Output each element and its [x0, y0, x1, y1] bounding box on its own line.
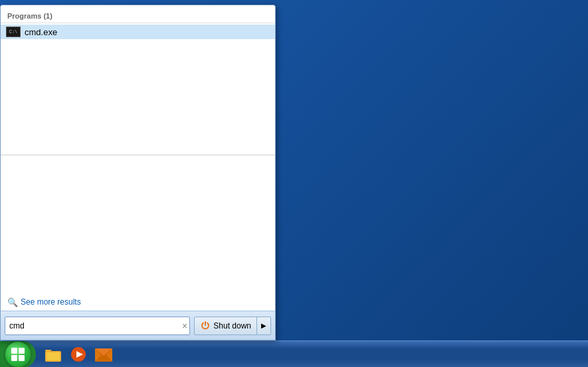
programs-section: Programs (1) C:\ cmd.exe — [1, 5, 275, 155]
power-icon — [200, 321, 211, 331]
shutdown-button[interactable]: Shut down ▶ — [194, 317, 271, 335]
see-more-label: See more results — [21, 297, 81, 307]
see-more-results[interactable]: See more results — [1, 293, 275, 311]
program-item-cmd[interactable]: C:\ cmd.exe — [1, 25, 275, 39]
svg-rect-1 — [19, 348, 25, 354]
taskbar-icons — [39, 343, 118, 366]
search-wrapper: × — [5, 317, 190, 335]
search-input[interactable] — [5, 317, 190, 335]
taskbar-icon-mail[interactable] — [92, 343, 116, 366]
start-menu-bottom: × Shut down ▶ — [1, 311, 275, 340]
cmd-icon: C:\ — [6, 27, 21, 37]
media-icon — [70, 346, 86, 362]
svg-rect-2 — [11, 355, 17, 361]
shutdown-arrow-icon: ▶ — [261, 322, 266, 329]
search-clear-button[interactable]: × — [182, 321, 187, 330]
shutdown-main-button[interactable]: Shut down — [195, 317, 257, 334]
start-orb — [5, 342, 31, 367]
taskbar — [0, 340, 588, 367]
windows-logo-icon — [11, 347, 25, 362]
program-item-label: cmd.exe — [25, 27, 57, 37]
folder-icon — [45, 347, 61, 362]
programs-section-header: Programs (1) — [1, 11, 275, 23]
shutdown-label: Shut down — [213, 321, 251, 330]
start-button[interactable] — [0, 341, 36, 368]
desktop: Programs (1) C:\ cmd.exe See more result… — [0, 0, 588, 367]
svg-rect-5 — [47, 352, 60, 360]
mail-icon — [95, 347, 112, 362]
taskbar-icon-explorer[interactable] — [41, 343, 65, 366]
taskbar-icon-media[interactable] — [66, 343, 90, 366]
start-menu-top: Programs (1) C:\ cmd.exe See more result… — [1, 5, 275, 311]
svg-rect-3 — [19, 355, 25, 361]
shutdown-arrow-button[interactable]: ▶ — [257, 317, 270, 334]
start-menu-left: Programs (1) C:\ cmd.exe See more result… — [1, 5, 275, 311]
start-menu: Programs (1) C:\ cmd.exe See more result… — [0, 5, 276, 340]
svg-rect-0 — [11, 348, 17, 354]
search-icon — [7, 297, 17, 307]
